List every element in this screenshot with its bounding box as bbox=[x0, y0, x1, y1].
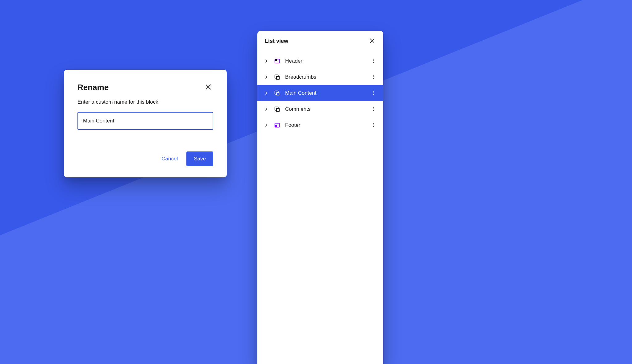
list-item-label: Footer bbox=[285, 122, 365, 128]
list-item[interactable]: Breadcrumbs bbox=[257, 69, 383, 85]
list-item-label: Main Content bbox=[285, 90, 365, 96]
dialog-title: Rename bbox=[77, 83, 109, 92]
list-item-label: Comments bbox=[285, 106, 365, 112]
more-vertical-icon bbox=[371, 74, 376, 81]
dialog-actions: Cancel Save bbox=[77, 151, 213, 166]
rename-dialog: Rename Enter a custom name for this bloc… bbox=[64, 70, 227, 177]
list-item[interactable]: Header bbox=[257, 53, 383, 69]
item-more-button[interactable] bbox=[370, 105, 378, 114]
panel-title: List view bbox=[265, 38, 288, 44]
item-more-button[interactable] bbox=[370, 57, 378, 66]
list-item[interactable]: Main Content bbox=[257, 85, 383, 101]
list-item-label: Header bbox=[285, 58, 365, 64]
item-more-button[interactable] bbox=[370, 89, 378, 98]
group-icon bbox=[273, 90, 281, 97]
close-icon bbox=[205, 83, 212, 92]
close-icon bbox=[369, 38, 375, 45]
more-vertical-icon bbox=[371, 90, 376, 97]
panel-close-button[interactable] bbox=[368, 37, 376, 45]
chevron-right-icon bbox=[264, 75, 269, 80]
panel-body: HeaderBreadcrumbsMain ContentCommentsFoo… bbox=[257, 51, 383, 133]
dialog-close-button[interactable] bbox=[203, 82, 213, 93]
group-icon bbox=[273, 74, 281, 81]
list-item[interactable]: Footer bbox=[257, 117, 383, 133]
cancel-button[interactable]: Cancel bbox=[161, 156, 178, 162]
item-more-button[interactable] bbox=[370, 121, 378, 130]
group-icon bbox=[273, 106, 281, 113]
panel-header: List view bbox=[257, 31, 383, 51]
section-header-icon bbox=[273, 58, 281, 64]
dialog-description: Enter a custom name for this block. bbox=[77, 99, 213, 105]
chevron-right-icon bbox=[264, 107, 269, 112]
section-footer-icon bbox=[273, 122, 281, 129]
item-more-button[interactable] bbox=[370, 73, 378, 82]
block-name-input[interactable] bbox=[77, 112, 213, 130]
more-vertical-icon bbox=[371, 106, 376, 113]
more-vertical-icon bbox=[371, 58, 376, 64]
chevron-right-icon bbox=[264, 123, 269, 128]
list-view-panel: List view HeaderBreadcrumbsMain ContentC… bbox=[257, 31, 383, 364]
dialog-header: Rename bbox=[77, 82, 213, 93]
save-button[interactable]: Save bbox=[186, 151, 213, 166]
chevron-right-icon bbox=[264, 59, 269, 64]
more-vertical-icon bbox=[371, 122, 376, 129]
list-item-label: Breadcrumbs bbox=[285, 74, 365, 80]
list-item[interactable]: Comments bbox=[257, 101, 383, 117]
chevron-right-icon bbox=[264, 91, 269, 96]
